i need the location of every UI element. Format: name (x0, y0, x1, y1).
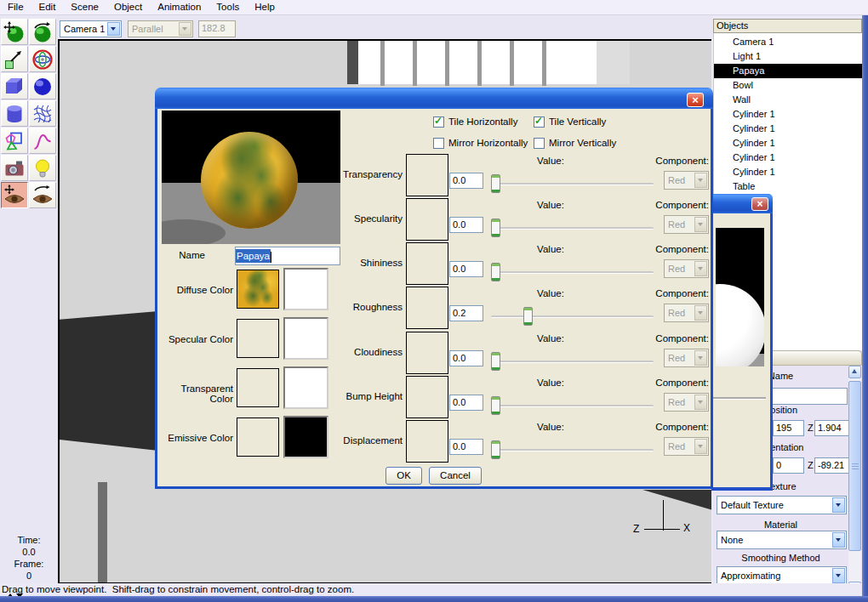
create-cube-tool[interactable] (1, 73, 28, 99)
slider-groove (491, 271, 654, 274)
tile-horizontally-checkbox[interactable]: ✓ (433, 116, 444, 128)
diffuse-color-map-box[interactable] (237, 270, 279, 309)
pan-viewpoint-tool[interactable] (1, 182, 28, 208)
dialog-title-bar[interactable] (155, 88, 713, 109)
chevron-down-icon[interactable] (832, 532, 845, 548)
object-item-camera1[interactable]: Camera 1 (714, 35, 862, 49)
slider-handle[interactable] (491, 440, 500, 459)
chevron-down-icon[interactable] (832, 497, 845, 513)
slider-handle[interactable] (523, 307, 533, 326)
close-icon[interactable]: × (751, 197, 768, 211)
transparent-color-swatch[interactable] (283, 366, 328, 409)
scrollbar-up-button[interactable] (848, 366, 861, 378)
displacement-map-box[interactable] (406, 420, 448, 463)
tile-vertically-checkbox[interactable]: ✓ (534, 116, 545, 128)
menu-edit[interactable]: Edit (31, 0, 64, 14)
menu-animation[interactable]: Animation (150, 0, 208, 14)
preview-sphere (716, 284, 764, 366)
slider-handle[interactable] (491, 174, 500, 193)
object-item-cylinder1[interactable]: Cylinder 1 (714, 136, 862, 150)
create-sphere-tool[interactable] (29, 73, 56, 99)
create-light-tool[interactable] (29, 155, 56, 181)
specularity-map-box[interactable] (406, 198, 448, 241)
displacement-value-field[interactable]: 0.0 (449, 439, 483, 455)
smoothing-method-select[interactable]: Approximating (717, 566, 847, 585)
shininess-map-box[interactable] (406, 242, 448, 285)
object-item-wall[interactable]: Wall (714, 93, 862, 107)
orientation-y-field[interactable]: 0 (773, 457, 804, 474)
cloudiness-map-box[interactable] (406, 332, 448, 374)
create-polygon-tool[interactable] (1, 128, 28, 154)
create-camera-tool[interactable] (1, 155, 28, 181)
create-spline-mesh-tool[interactable] (29, 100, 56, 127)
position-z-field[interactable]: 1.904 (814, 420, 849, 436)
chevron-down-icon[interactable] (832, 568, 845, 583)
material-select[interactable]: None (717, 531, 847, 549)
rotate-viewpoint-tool[interactable] (29, 182, 56, 208)
divider (713, 397, 766, 400)
create-cylinder-tool[interactable] (1, 100, 28, 127)
chevron-down-icon (694, 261, 707, 276)
emissive-color-map-box[interactable] (237, 417, 279, 457)
slider-handle[interactable] (491, 352, 500, 371)
cancel-button[interactable]: Cancel (429, 467, 482, 485)
slider-handle[interactable] (491, 263, 500, 281)
transparent-color-map-box[interactable] (237, 368, 279, 407)
slider-handle[interactable] (491, 219, 500, 237)
arrow-up-icon (852, 369, 857, 373)
camera-select[interactable]: Camera 1 (60, 20, 122, 37)
roughness-map-box[interactable] (406, 287, 448, 329)
chevron-down-icon[interactable] (107, 22, 120, 36)
resize-object-tool[interactable] (1, 46, 28, 72)
specular-color-map-box[interactable] (237, 319, 279, 358)
object-item-light1[interactable]: Light 1 (714, 49, 862, 64)
component-value: Red (668, 397, 685, 407)
transparency-value-field[interactable]: 0.0 (449, 173, 483, 189)
menu-file[interactable]: File (0, 0, 31, 14)
mirror-vertically-checkbox[interactable] (534, 138, 545, 149)
menu-scene[interactable]: Scene (63, 0, 106, 14)
chevron-down-icon (694, 395, 707, 410)
create-curve-tool[interactable] (29, 128, 56, 154)
menu-object[interactable]: Object (106, 0, 150, 14)
roughness-slider[interactable] (491, 307, 654, 326)
position-y-field[interactable]: 195 (773, 420, 804, 436)
close-icon[interactable]: × (687, 93, 704, 107)
bump-height-slider[interactable] (491, 396, 654, 415)
object-item-bowl[interactable]: Bowl (714, 78, 862, 93)
cloudiness-value-field[interactable]: 0.0 (449, 350, 483, 366)
object-item-table[interactable]: Table (714, 179, 862, 194)
object-item-cylinder1[interactable]: Cylinder 1 (714, 107, 862, 122)
menu-help[interactable]: Help (247, 0, 283, 14)
component-label: Component: (597, 244, 709, 254)
displacement-slider[interactable] (491, 440, 654, 459)
transparency-map-box[interactable] (406, 154, 448, 196)
cloudiness-slider[interactable] (491, 352, 654, 371)
object-item-cylinder1[interactable]: Cylinder 1 (714, 122, 862, 136)
transparency-slider[interactable] (491, 174, 654, 193)
status-message: Drag to move viewpoint. Shift-drag to co… (2, 584, 354, 594)
value-label: Value: (495, 244, 606, 254)
rotate-object-tool[interactable] (29, 19, 56, 45)
shininess-value-field[interactable]: 0.0 (449, 261, 483, 277)
ok-button[interactable]: OK (385, 467, 422, 485)
magnification-field: 182.8 (198, 20, 236, 37)
object-item-cylinder1[interactable]: Cylinder 1 (714, 165, 862, 179)
move-object-tool[interactable] (1, 19, 28, 45)
rotate-view-globe-tool[interactable] (29, 46, 56, 72)
roughness-value-field[interactable]: 0.2 (449, 305, 483, 321)
specularity-slider[interactable] (491, 219, 654, 237)
bump-height-map-box[interactable] (406, 376, 448, 418)
orientation-z-field[interactable]: -89.21 (814, 457, 849, 474)
slider-handle[interactable] (491, 396, 500, 415)
move-object-icon (3, 21, 26, 43)
texture-select[interactable]: Default Texture (717, 496, 847, 514)
shininess-slider[interactable] (491, 263, 654, 281)
specularity-value-field[interactable]: 0.0 (449, 217, 483, 233)
object-item-papaya[interactable]: Papaya (714, 64, 862, 78)
bump-height-value-field[interactable]: 0.0 (449, 395, 483, 411)
menu-tools[interactable]: Tools (208, 0, 247, 14)
object-item-cylinder1[interactable]: Cylinder 1 (714, 150, 862, 165)
mirror-horizontally-checkbox[interactable] (433, 138, 444, 149)
scrollbar-thumb[interactable] (848, 381, 861, 551)
